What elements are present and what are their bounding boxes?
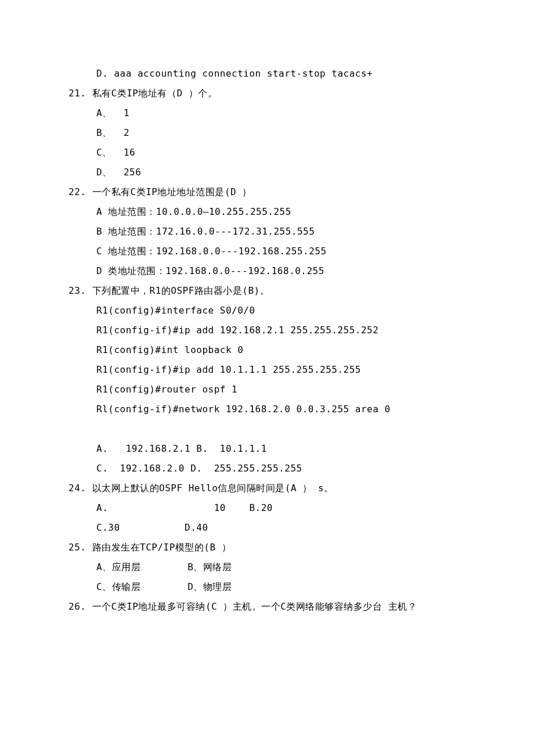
option-line: Rl(config-if)#network 192.168.2.0 0.0.3.…: [68, 399, 466, 419]
option-line: R1(config)#router ospf 1: [68, 380, 466, 399]
option-line: C、 16: [68, 143, 466, 163]
option-line: R1(config-if)#ip add 10.1.1.1 255.255.25…: [68, 360, 466, 380]
option-line: C.30 D.40: [68, 518, 466, 538]
option-line: C. 192.168.2.0 D. 255.255.255.255: [68, 459, 466, 478]
option-line: B 地址范围：172.16.0.0---172.31.255.555: [68, 222, 466, 242]
option-line: A. 192.168.2.1 B. 10.1.1.1: [68, 439, 466, 459]
option-line: A、 1: [68, 103, 466, 123]
document-page: D. aaa accounting connection start-stop …: [0, 0, 534, 651]
question-line: 22. 一个私有C类IP地址地址范围是(D ）: [68, 182, 466, 202]
question-line: 23. 下列配置中，R1的OSPF路由器小是(B)。: [68, 281, 466, 301]
question-line: 24. 以太网上默认的OSPF Hello信息间隔时间是(A ） s。: [68, 478, 466, 498]
option-line: D 类地址范围：192.168.0.0---192.168.0.255: [68, 261, 466, 281]
blank-line: [68, 419, 466, 439]
option-line: D、 256: [68, 163, 466, 182]
option-line: B、 2: [68, 123, 466, 143]
option-line: C、传输层 D、物理层: [68, 577, 466, 597]
option-line: R1(config-if)#ip add 192.168.2.1 255.255…: [68, 321, 466, 340]
option-line: R1(config)#interface S0/0/0: [68, 301, 466, 321]
option-line: D. aaa accounting connection start-stop …: [68, 64, 466, 84]
option-line: A. 10 B.20: [68, 498, 466, 518]
option-line: A 地址范围：10.0.0.0—10.255.255.255: [68, 202, 466, 222]
question-line: 26. 一个C类IP地址最多可容纳(C ）主机。一个C类网络能够容纳多少台 主机…: [68, 597, 466, 617]
option-line: A、应用层 B、网络层: [68, 557, 466, 577]
option-line: C 地址范围：192.168.0.0---192.168.255.255: [68, 242, 466, 261]
document-content: D. aaa accounting connection start-stop …: [68, 64, 466, 617]
question-line: 21. 私有C类IP地址有（D ）个。: [68, 84, 466, 103]
option-line: R1(config)#int loopback 0: [68, 340, 466, 360]
question-line: 25. 路由发生在TCP/IP模型的(B ）: [68, 538, 466, 557]
